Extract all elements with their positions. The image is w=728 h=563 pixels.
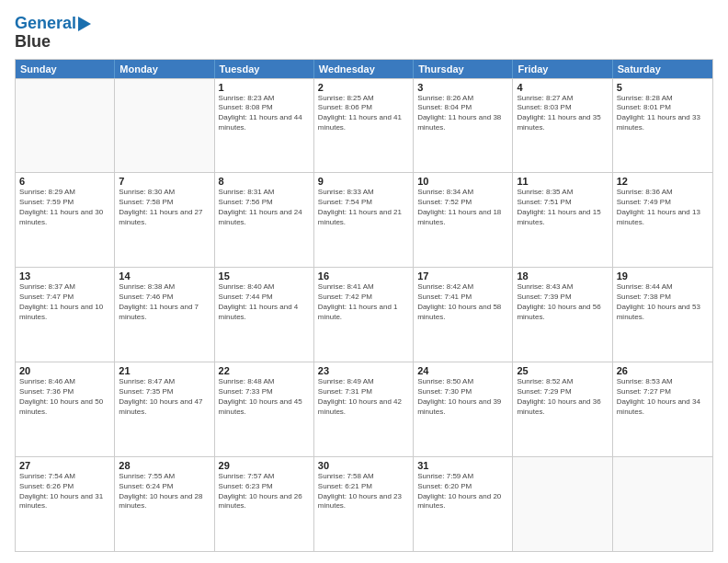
day-info: Sunrise: 7:58 AM Sunset: 6:21 PM Dayligh… (318, 472, 409, 511)
empty-cell-0-0 (16, 79, 115, 173)
day-cell-6: 6Sunrise: 8:29 AM Sunset: 7:59 PM Daylig… (16, 173, 115, 267)
day-info: Sunrise: 7:55 AM Sunset: 6:24 PM Dayligh… (119, 472, 210, 511)
day-number: 22 (219, 365, 310, 376)
day-number: 9 (318, 176, 409, 187)
calendar-row-4: 27Sunrise: 7:54 AM Sunset: 6:26 PM Dayli… (16, 456, 712, 551)
day-info: Sunrise: 8:49 AM Sunset: 7:31 PM Dayligh… (318, 377, 409, 417)
day-cell-9: 9Sunrise: 8:33 AM Sunset: 7:54 PM Daylig… (314, 173, 414, 267)
day-cell-18: 18Sunrise: 8:43 AM Sunset: 7:39 PM Dayli… (513, 268, 612, 362)
day-cell-24: 24Sunrise: 8:50 AM Sunset: 7:30 PM Dayli… (414, 362, 513, 456)
day-number: 18 (517, 270, 608, 282)
header-cell-friday: Friday (513, 60, 612, 78)
day-cell-22: 22Sunrise: 8:48 AM Sunset: 7:33 PM Dayli… (215, 362, 314, 456)
day-cell-11: 11Sunrise: 8:35 AM Sunset: 7:51 PM Dayli… (513, 173, 612, 267)
day-cell-3: 3Sunrise: 8:26 AM Sunset: 8:04 PM Daylig… (414, 79, 513, 173)
header-cell-tuesday: Tuesday (215, 60, 314, 78)
day-info: Sunrise: 8:44 AM Sunset: 7:38 PM Dayligh… (617, 282, 709, 322)
day-info: Sunrise: 8:27 AM Sunset: 8:03 PM Dayligh… (517, 94, 608, 133)
day-info: Sunrise: 8:28 AM Sunset: 8:01 PM Dayligh… (617, 94, 709, 133)
day-number: 7 (119, 176, 210, 187)
day-cell-5: 5Sunrise: 8:28 AM Sunset: 8:01 PM Daylig… (613, 79, 712, 173)
day-info: Sunrise: 8:40 AM Sunset: 7:44 PM Dayligh… (219, 282, 310, 322)
day-info: Sunrise: 8:41 AM Sunset: 7:42 PM Dayligh… (318, 282, 409, 322)
day-number: 28 (119, 460, 210, 471)
logo-blue: Blue (15, 33, 51, 52)
empty-cell-4-6 (613, 457, 712, 551)
header-cell-wednesday: Wednesday (314, 60, 414, 78)
day-number: 1 (219, 82, 310, 93)
day-number: 25 (517, 365, 608, 376)
day-number: 8 (219, 176, 310, 187)
calendar-row-1: 6Sunrise: 8:29 AM Sunset: 7:59 PM Daylig… (16, 172, 712, 267)
header-cell-thursday: Thursday (414, 60, 513, 78)
day-cell-29: 29Sunrise: 7:57 AM Sunset: 6:23 PM Dayli… (215, 457, 314, 551)
day-cell-27: 27Sunrise: 7:54 AM Sunset: 6:26 PM Dayli… (16, 457, 115, 551)
calendar-body: 1Sunrise: 8:23 AM Sunset: 8:08 PM Daylig… (16, 78, 712, 551)
day-number: 29 (219, 460, 310, 471)
day-info: Sunrise: 7:57 AM Sunset: 6:23 PM Dayligh… (219, 472, 310, 511)
day-cell-8: 8Sunrise: 8:31 AM Sunset: 7:56 PM Daylig… (215, 173, 314, 267)
day-number: 27 (19, 460, 110, 471)
day-info: Sunrise: 8:50 AM Sunset: 7:30 PM Dayligh… (417, 377, 508, 417)
day-info: Sunrise: 8:46 AM Sunset: 7:36 PM Dayligh… (19, 377, 110, 417)
header: General Blue (15, 11, 713, 52)
logo-arrow-icon (78, 17, 91, 31)
day-cell-21: 21Sunrise: 8:47 AM Sunset: 7:35 PM Dayli… (115, 362, 214, 456)
day-number: 11 (517, 176, 608, 187)
day-cell-28: 28Sunrise: 7:55 AM Sunset: 6:24 PM Dayli… (115, 457, 214, 551)
logo-text: General (15, 15, 76, 33)
day-number: 16 (318, 270, 409, 282)
day-cell-15: 15Sunrise: 8:40 AM Sunset: 7:44 PM Dayli… (215, 268, 314, 362)
day-info: Sunrise: 7:54 AM Sunset: 6:26 PM Dayligh… (19, 472, 110, 511)
day-info: Sunrise: 8:53 AM Sunset: 7:27 PM Dayligh… (617, 377, 709, 417)
day-cell-19: 19Sunrise: 8:44 AM Sunset: 7:38 PM Dayli… (613, 268, 712, 362)
day-info: Sunrise: 8:48 AM Sunset: 7:33 PM Dayligh… (219, 377, 310, 417)
day-cell-4: 4Sunrise: 8:27 AM Sunset: 8:03 PM Daylig… (513, 79, 612, 173)
day-number: 23 (318, 365, 409, 376)
day-number: 15 (219, 270, 310, 282)
day-info: Sunrise: 8:35 AM Sunset: 7:51 PM Dayligh… (517, 188, 608, 227)
day-cell-1: 1Sunrise: 8:23 AM Sunset: 8:08 PM Daylig… (215, 79, 314, 173)
header-cell-saturday: Saturday (613, 60, 712, 78)
day-cell-25: 25Sunrise: 8:52 AM Sunset: 7:29 PM Dayli… (513, 362, 612, 456)
day-cell-20: 20Sunrise: 8:46 AM Sunset: 7:36 PM Dayli… (16, 362, 115, 456)
day-number: 24 (417, 365, 508, 376)
day-number: 4 (517, 82, 608, 93)
day-number: 13 (19, 270, 110, 282)
logo: General Blue (15, 15, 91, 52)
day-info: Sunrise: 8:31 AM Sunset: 7:56 PM Dayligh… (219, 188, 310, 227)
day-number: 10 (417, 176, 508, 187)
day-info: Sunrise: 8:23 AM Sunset: 8:08 PM Dayligh… (219, 94, 310, 133)
day-number: 17 (417, 270, 508, 282)
day-info: Sunrise: 8:37 AM Sunset: 7:47 PM Dayligh… (19, 282, 110, 322)
day-number: 26 (617, 365, 709, 376)
day-info: Sunrise: 8:36 AM Sunset: 7:49 PM Dayligh… (617, 188, 709, 227)
day-info: Sunrise: 8:25 AM Sunset: 8:06 PM Dayligh… (318, 94, 409, 133)
day-info: Sunrise: 8:26 AM Sunset: 8:04 PM Dayligh… (417, 94, 508, 133)
page: General Blue SundayMondayTuesdayWednesda… (0, 0, 728, 563)
day-number: 5 (617, 82, 709, 93)
day-cell-17: 17Sunrise: 8:42 AM Sunset: 7:41 PM Dayli… (414, 268, 513, 362)
day-info: Sunrise: 8:47 AM Sunset: 7:35 PM Dayligh… (119, 377, 210, 417)
day-number: 21 (119, 365, 210, 376)
day-cell-2: 2Sunrise: 8:25 AM Sunset: 8:06 PM Daylig… (314, 79, 414, 173)
day-cell-31: 31Sunrise: 7:59 AM Sunset: 6:20 PM Dayli… (414, 457, 513, 551)
calendar: SundayMondayTuesdayWednesdayThursdayFrid… (15, 59, 713, 552)
day-number: 2 (318, 82, 409, 93)
day-number: 14 (119, 270, 210, 282)
calendar-header: SundayMondayTuesdayWednesdayThursdayFrid… (16, 60, 712, 78)
day-number: 3 (417, 82, 508, 93)
day-info: Sunrise: 8:34 AM Sunset: 7:52 PM Dayligh… (417, 188, 508, 227)
calendar-row-2: 13Sunrise: 8:37 AM Sunset: 7:47 PM Dayli… (16, 267, 712, 362)
header-cell-sunday: Sunday (16, 60, 115, 78)
day-number: 6 (19, 176, 110, 187)
empty-cell-0-1 (115, 79, 214, 173)
day-cell-7: 7Sunrise: 8:30 AM Sunset: 7:58 PM Daylig… (115, 173, 214, 267)
day-info: Sunrise: 8:30 AM Sunset: 7:58 PM Dayligh… (119, 188, 210, 227)
day-cell-30: 30Sunrise: 7:58 AM Sunset: 6:21 PM Dayli… (314, 457, 414, 551)
day-cell-13: 13Sunrise: 8:37 AM Sunset: 7:47 PM Dayli… (16, 268, 115, 362)
calendar-row-0: 1Sunrise: 8:23 AM Sunset: 8:08 PM Daylig… (16, 78, 712, 173)
day-info: Sunrise: 8:33 AM Sunset: 7:54 PM Dayligh… (318, 188, 409, 227)
day-cell-23: 23Sunrise: 8:49 AM Sunset: 7:31 PM Dayli… (314, 362, 414, 456)
day-cell-14: 14Sunrise: 8:38 AM Sunset: 7:46 PM Dayli… (115, 268, 214, 362)
